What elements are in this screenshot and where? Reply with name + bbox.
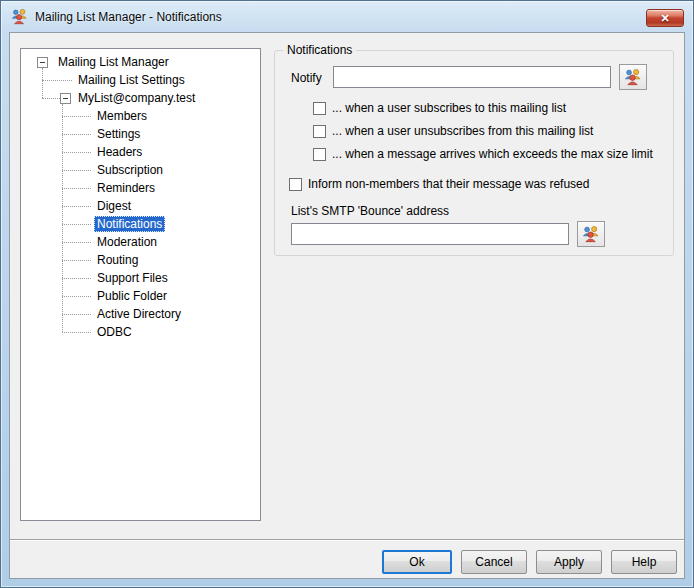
unsubscribe-notify-checkbox[interactable]: [313, 125, 326, 138]
inform-non-members-label: Inform non-members that their message wa…: [308, 177, 589, 191]
ok-button[interactable]: Ok: [382, 550, 452, 574]
tree-item-label[interactable]: MyList@company.test: [75, 90, 198, 106]
unsubscribe-notify-label: ... when a user unsubscribes from this m…: [332, 124, 593, 138]
max-size-notify-label: ... when a message arrives which exceeds…: [332, 147, 653, 161]
tree-connector: [42, 98, 60, 99]
tree-item-label-selected[interactable]: Notifications: [94, 216, 165, 232]
tree-item-mailing-list-manager[interactable]: Mailing List Manager: [25, 53, 258, 71]
tree-connector: [42, 80, 72, 81]
tree-item-label[interactable]: Public Folder: [94, 288, 170, 304]
tree-item-moderation[interactable]: Moderation: [25, 233, 258, 251]
tree-item-active-directory[interactable]: Active Directory: [25, 305, 258, 323]
subscribe-notify-checkbox[interactable]: [313, 102, 326, 115]
mailing-list-people-icon: [11, 8, 28, 25]
tree-connector: [62, 332, 91, 333]
tree-item-reminders[interactable]: Reminders: [25, 179, 258, 197]
tree-item-mailing-list-settings[interactable]: Mailing List Settings: [25, 71, 258, 89]
tree-item-notifications[interactable]: Notifications: [25, 215, 258, 233]
title-bar: Mailing List Manager - Notifications ✕: [1, 1, 693, 32]
tree-connector: [62, 170, 91, 171]
tree-connector-line: [42, 68, 43, 98]
tree-connector: [62, 188, 91, 189]
subscribe-notify-label: ... when a user subscribes to this maili…: [332, 101, 566, 115]
navigation-tree: Mailing List Manager Mailing List Settin…: [20, 48, 261, 521]
tree-item-headers[interactable]: Headers: [25, 143, 258, 161]
tree-item-label[interactable]: Members: [94, 108, 150, 124]
dialog-buttons: Ok Cancel Apply Help: [382, 550, 677, 574]
tree-item-odbc[interactable]: ODBC: [25, 323, 258, 341]
close-button[interactable]: ✕: [646, 9, 684, 27]
tree-connector: [62, 242, 91, 243]
tree-connector: [62, 224, 91, 225]
group-title: Notifications: [283, 43, 356, 57]
tree-item-settings[interactable]: Settings: [25, 125, 258, 143]
tree-item-label[interactable]: Mailing List Manager: [55, 54, 172, 70]
footer-divider: [10, 539, 684, 541]
address-picker-people-icon: [582, 225, 600, 243]
max-size-notify-checkbox[interactable]: [313, 148, 326, 161]
tree-item-label[interactable]: Digest: [94, 198, 134, 214]
tree-item-label[interactable]: Moderation: [94, 234, 160, 250]
tree-collapse-icon[interactable]: [60, 93, 71, 104]
tree-item-public-folder[interactable]: Public Folder: [25, 287, 258, 305]
tree-item-label[interactable]: Active Directory: [94, 306, 184, 322]
tree-connector: [62, 296, 91, 297]
dialog-body: Mailing List Manager Mailing List Settin…: [9, 32, 685, 579]
tree-connector: [62, 116, 91, 117]
tree-item-support-files[interactable]: Support Files: [25, 269, 258, 287]
unsubscribe-notify-option: ... when a user unsubscribes from this m…: [313, 124, 593, 138]
max-size-notify-option: ... when a message arrives which exceeds…: [313, 147, 653, 161]
notify-label: Notify: [291, 71, 322, 85]
bounce-address-label: List's SMTP 'Bounce' address: [291, 204, 449, 218]
bounce-address-picker-button[interactable]: [577, 221, 605, 247]
tree-item-mylist[interactable]: MyList@company.test: [25, 89, 258, 107]
tree-connector: [62, 278, 91, 279]
tree-connector: [62, 134, 91, 135]
tree-item-label[interactable]: Routing: [94, 252, 141, 268]
tree-item-subscription[interactable]: Subscription: [25, 161, 258, 179]
tree-item-members[interactable]: Members: [25, 107, 258, 125]
tree-connector: [62, 206, 91, 207]
notify-address-picker-button[interactable]: [619, 64, 647, 90]
tree-item-routing[interactable]: Routing: [25, 251, 258, 269]
inform-non-members-checkbox[interactable]: [289, 178, 302, 191]
help-button[interactable]: Help: [611, 550, 677, 574]
tree-item-label[interactable]: Settings: [94, 126, 143, 142]
tree-connector-line: [62, 104, 63, 332]
notify-input[interactable]: [333, 66, 611, 88]
tree-item-label[interactable]: Headers: [94, 144, 145, 160]
inform-non-members-option: Inform non-members that their message wa…: [289, 177, 589, 191]
cancel-button[interactable]: Cancel: [461, 550, 527, 574]
tree-item-label[interactable]: Subscription: [94, 162, 166, 178]
apply-button[interactable]: Apply: [536, 550, 602, 574]
subscribe-notify-option: ... when a user subscribes to this maili…: [313, 101, 566, 115]
tree-collapse-icon[interactable]: [37, 57, 48, 68]
tree-connector: [62, 152, 91, 153]
tree-item-label[interactable]: ODBC: [94, 324, 135, 340]
tree-item-label[interactable]: Support Files: [94, 270, 171, 286]
bounce-address-input[interactable]: [291, 223, 569, 245]
tree-item-digest[interactable]: Digest: [25, 197, 258, 215]
window-title: Mailing List Manager - Notifications: [35, 10, 222, 24]
notifications-group: Notifications Notify ... when a user sub…: [274, 50, 674, 256]
close-icon: ✕: [660, 13, 669, 24]
address-picker-people-icon: [624, 68, 642, 86]
tree-connector: [62, 314, 91, 315]
tree-item-label[interactable]: Mailing List Settings: [75, 72, 188, 88]
dialog-window: Mailing List Manager - Notifications ✕ M…: [0, 0, 694, 588]
tree-item-label[interactable]: Reminders: [94, 180, 158, 196]
tree-connector: [62, 260, 91, 261]
